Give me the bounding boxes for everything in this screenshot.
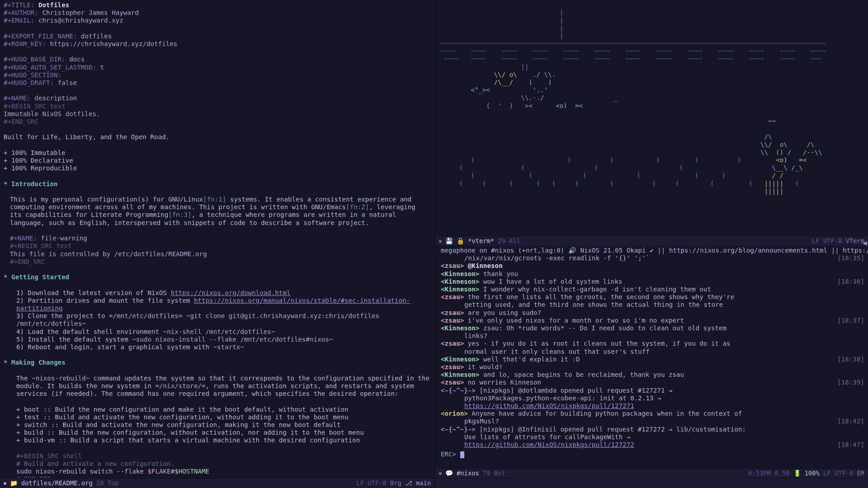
cursor-icon[interactable] bbox=[460, 451, 464, 458]
buffer-status-icon bbox=[4, 482, 6, 485]
buffer-status-icon bbox=[439, 472, 442, 475]
chat-icon: 💬 bbox=[445, 469, 453, 477]
irc-nick: <zsau> bbox=[441, 379, 464, 386]
irc-nick: <zsau> bbox=[441, 317, 464, 324]
battery-icon: 🔋 bbox=[793, 469, 801, 477]
modeline-irc: 💬 #nixos 79 Bot 6:53PM 0.50 🔋 100% LF UT… bbox=[435, 468, 868, 478]
irc-prompt: ERC> bbox=[441, 450, 460, 458]
save-icon: 💾 bbox=[445, 237, 453, 245]
irc-nick: <zsau> bbox=[441, 363, 464, 371]
buffer-status-icon bbox=[439, 240, 442, 243]
modeline-vterm: 💾 🔒 *vterm* 29 All LF UTF-8 VTerm bbox=[435, 236, 868, 246]
heading-getting-started: Getting Started bbox=[11, 273, 69, 281]
irc-pane[interactable]: megaphone on #nixos (+nrt,lag:0) 🔊 NixOS… bbox=[435, 246, 868, 468]
org-keyword: #+TITLE: bbox=[4, 1, 34, 9]
link-nixos-download[interactable]: https://nixos.org/download.html bbox=[171, 289, 291, 296]
irc-nick: <Kinneson> bbox=[441, 324, 479, 332]
irc-nick: <Kinneson> bbox=[441, 371, 479, 378]
irc-link[interactable]: https://github.com/NixOS/nixpkgs/pull/12… bbox=[464, 441, 634, 448]
heading-introduction: Introduction bbox=[11, 180, 58, 188]
irc-nick: <-{~^~}-> bbox=[441, 387, 476, 394]
volume-icon: 🔊 bbox=[568, 247, 576, 254]
irc-nick: <-{~^~}-> bbox=[441, 426, 476, 433]
irc-nick: <orion> bbox=[441, 410, 468, 417]
irc-nick: <zsau> bbox=[441, 262, 464, 269]
irc-nick: <zsau> bbox=[441, 293, 464, 300]
check-icon: ✔ bbox=[650, 247, 654, 254]
irc-link[interactable]: https://github.com/NixOS/nixpkgs/pull/12… bbox=[464, 402, 634, 409]
irc-nick: <zsau> bbox=[441, 340, 464, 347]
terminal-pane[interactable]: | | | | ~~~~~~~~~~~~~~~~~~~~~~~~~~~~~~~~… bbox=[435, 0, 868, 236]
irc-nick: <Kinneson> bbox=[441, 270, 479, 277]
irc-nick: <Kinneson> bbox=[441, 278, 479, 285]
lock-icon: 🔒 bbox=[457, 237, 464, 245]
editor-pane-org[interactable]: #+TITLE: Dotfiles #+AUTHOR: Christopher … bbox=[0, 0, 435, 478]
org-title: Dotfiles bbox=[38, 1, 69, 9]
irc-nick: <zsau> bbox=[441, 309, 464, 316]
minibuffer[interactable] bbox=[435, 478, 868, 488]
folder-icon: 📁 bbox=[10, 479, 18, 487]
git-branch-icon: ⎇ bbox=[405, 479, 412, 487]
irc-nick: <Kinneson> bbox=[441, 286, 479, 293]
irc-nick: <Kinneson> bbox=[441, 356, 479, 363]
modeline-org: 📁 dotfiles/README.org 28 Top LF UTF-8 Or… bbox=[0, 478, 435, 488]
heading-making-changes: Making Changes bbox=[11, 359, 66, 366]
